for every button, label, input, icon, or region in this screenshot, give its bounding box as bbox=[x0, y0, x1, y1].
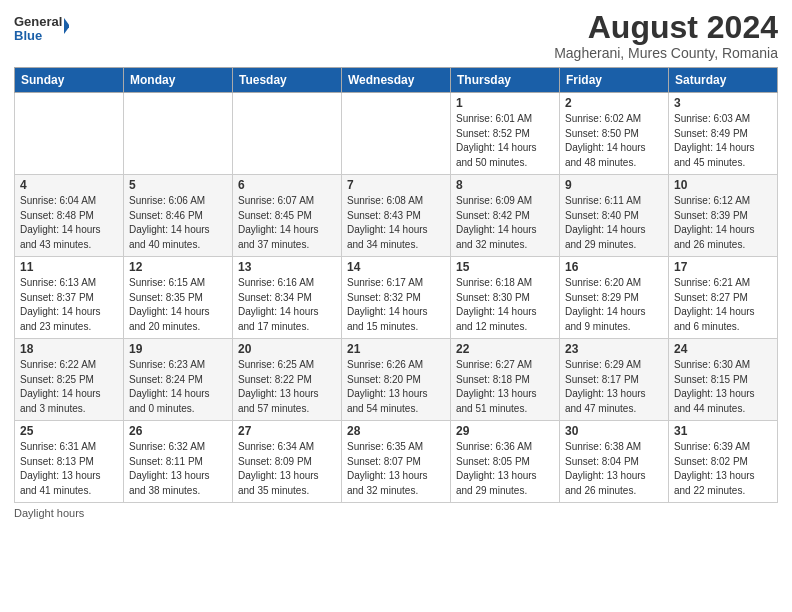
day-info: Sunrise: 6:34 AM Sunset: 8:09 PM Dayligh… bbox=[238, 440, 336, 498]
day-cell: 30Sunrise: 6:38 AM Sunset: 8:04 PM Dayli… bbox=[560, 421, 669, 503]
logo: General Blue bbox=[14, 10, 69, 50]
day-info: Sunrise: 6:18 AM Sunset: 8:30 PM Dayligh… bbox=[456, 276, 554, 334]
day-info: Sunrise: 6:16 AM Sunset: 8:34 PM Dayligh… bbox=[238, 276, 336, 334]
day-info: Sunrise: 6:38 AM Sunset: 8:04 PM Dayligh… bbox=[565, 440, 663, 498]
day-cell: 7Sunrise: 6:08 AM Sunset: 8:43 PM Daylig… bbox=[342, 175, 451, 257]
day-cell: 19Sunrise: 6:23 AM Sunset: 8:24 PM Dayli… bbox=[124, 339, 233, 421]
day-cell: 15Sunrise: 6:18 AM Sunset: 8:30 PM Dayli… bbox=[451, 257, 560, 339]
page: General Blue August 2024 Magherani, Mure… bbox=[0, 0, 792, 612]
day-header-thursday: Thursday bbox=[451, 68, 560, 93]
svg-marker-2 bbox=[64, 18, 69, 34]
week-row-2: 11Sunrise: 6:13 AM Sunset: 8:37 PM Dayli… bbox=[15, 257, 778, 339]
day-cell: 1Sunrise: 6:01 AM Sunset: 8:52 PM Daylig… bbox=[451, 93, 560, 175]
day-number: 25 bbox=[20, 424, 118, 438]
day-info: Sunrise: 6:20 AM Sunset: 8:29 PM Dayligh… bbox=[565, 276, 663, 334]
day-number: 9 bbox=[565, 178, 663, 192]
day-info: Sunrise: 6:09 AM Sunset: 8:42 PM Dayligh… bbox=[456, 194, 554, 252]
day-number: 13 bbox=[238, 260, 336, 274]
day-number: 19 bbox=[129, 342, 227, 356]
day-cell: 17Sunrise: 6:21 AM Sunset: 8:27 PM Dayli… bbox=[669, 257, 778, 339]
day-info: Sunrise: 6:32 AM Sunset: 8:11 PM Dayligh… bbox=[129, 440, 227, 498]
day-cell bbox=[124, 93, 233, 175]
day-number: 14 bbox=[347, 260, 445, 274]
day-header-saturday: Saturday bbox=[669, 68, 778, 93]
day-header-tuesday: Tuesday bbox=[233, 68, 342, 93]
day-info: Sunrise: 6:15 AM Sunset: 8:35 PM Dayligh… bbox=[129, 276, 227, 334]
day-info: Sunrise: 6:23 AM Sunset: 8:24 PM Dayligh… bbox=[129, 358, 227, 416]
day-info: Sunrise: 6:22 AM Sunset: 8:25 PM Dayligh… bbox=[20, 358, 118, 416]
day-info: Sunrise: 6:30 AM Sunset: 8:15 PM Dayligh… bbox=[674, 358, 772, 416]
subtitle: Magherani, Mures County, Romania bbox=[554, 45, 778, 61]
day-number: 17 bbox=[674, 260, 772, 274]
day-cell: 20Sunrise: 6:25 AM Sunset: 8:22 PM Dayli… bbox=[233, 339, 342, 421]
day-cell: 28Sunrise: 6:35 AM Sunset: 8:07 PM Dayli… bbox=[342, 421, 451, 503]
day-cell bbox=[15, 93, 124, 175]
day-cell: 2Sunrise: 6:02 AM Sunset: 8:50 PM Daylig… bbox=[560, 93, 669, 175]
day-info: Sunrise: 6:07 AM Sunset: 8:45 PM Dayligh… bbox=[238, 194, 336, 252]
day-number: 31 bbox=[674, 424, 772, 438]
day-info: Sunrise: 6:03 AM Sunset: 8:49 PM Dayligh… bbox=[674, 112, 772, 170]
day-cell: 31Sunrise: 6:39 AM Sunset: 8:02 PM Dayli… bbox=[669, 421, 778, 503]
day-info: Sunrise: 6:17 AM Sunset: 8:32 PM Dayligh… bbox=[347, 276, 445, 334]
day-info: Sunrise: 6:06 AM Sunset: 8:46 PM Dayligh… bbox=[129, 194, 227, 252]
day-cell: 27Sunrise: 6:34 AM Sunset: 8:09 PM Dayli… bbox=[233, 421, 342, 503]
day-number: 28 bbox=[347, 424, 445, 438]
day-number: 12 bbox=[129, 260, 227, 274]
day-cell: 23Sunrise: 6:29 AM Sunset: 8:17 PM Dayli… bbox=[560, 339, 669, 421]
day-number: 21 bbox=[347, 342, 445, 356]
day-cell: 14Sunrise: 6:17 AM Sunset: 8:32 PM Dayli… bbox=[342, 257, 451, 339]
day-cell: 10Sunrise: 6:12 AM Sunset: 8:39 PM Dayli… bbox=[669, 175, 778, 257]
day-header-friday: Friday bbox=[560, 68, 669, 93]
day-number: 20 bbox=[238, 342, 336, 356]
day-number: 11 bbox=[20, 260, 118, 274]
day-info: Sunrise: 6:01 AM Sunset: 8:52 PM Dayligh… bbox=[456, 112, 554, 170]
day-cell: 3Sunrise: 6:03 AM Sunset: 8:49 PM Daylig… bbox=[669, 93, 778, 175]
day-cell bbox=[233, 93, 342, 175]
day-info: Sunrise: 6:35 AM Sunset: 8:07 PM Dayligh… bbox=[347, 440, 445, 498]
day-cell: 5Sunrise: 6:06 AM Sunset: 8:46 PM Daylig… bbox=[124, 175, 233, 257]
week-row-0: 1Sunrise: 6:01 AM Sunset: 8:52 PM Daylig… bbox=[15, 93, 778, 175]
day-cell bbox=[342, 93, 451, 175]
day-info: Sunrise: 6:21 AM Sunset: 8:27 PM Dayligh… bbox=[674, 276, 772, 334]
day-cell: 16Sunrise: 6:20 AM Sunset: 8:29 PM Dayli… bbox=[560, 257, 669, 339]
day-number: 29 bbox=[456, 424, 554, 438]
day-number: 10 bbox=[674, 178, 772, 192]
week-row-4: 25Sunrise: 6:31 AM Sunset: 8:13 PM Dayli… bbox=[15, 421, 778, 503]
day-number: 2 bbox=[565, 96, 663, 110]
day-cell: 21Sunrise: 6:26 AM Sunset: 8:20 PM Dayli… bbox=[342, 339, 451, 421]
day-number: 26 bbox=[129, 424, 227, 438]
day-number: 3 bbox=[674, 96, 772, 110]
day-info: Sunrise: 6:08 AM Sunset: 8:43 PM Dayligh… bbox=[347, 194, 445, 252]
day-cell: 29Sunrise: 6:36 AM Sunset: 8:05 PM Dayli… bbox=[451, 421, 560, 503]
day-info: Sunrise: 6:12 AM Sunset: 8:39 PM Dayligh… bbox=[674, 194, 772, 252]
day-cell: 12Sunrise: 6:15 AM Sunset: 8:35 PM Dayli… bbox=[124, 257, 233, 339]
day-cell: 8Sunrise: 6:09 AM Sunset: 8:42 PM Daylig… bbox=[451, 175, 560, 257]
day-cell: 11Sunrise: 6:13 AM Sunset: 8:37 PM Dayli… bbox=[15, 257, 124, 339]
day-cell: 24Sunrise: 6:30 AM Sunset: 8:15 PM Dayli… bbox=[669, 339, 778, 421]
day-number: 24 bbox=[674, 342, 772, 356]
day-info: Sunrise: 6:04 AM Sunset: 8:48 PM Dayligh… bbox=[20, 194, 118, 252]
week-row-1: 4Sunrise: 6:04 AM Sunset: 8:48 PM Daylig… bbox=[15, 175, 778, 257]
calendar: SundayMondayTuesdayWednesdayThursdayFrid… bbox=[14, 67, 778, 503]
logo-svg: General Blue bbox=[14, 10, 69, 50]
day-number: 23 bbox=[565, 342, 663, 356]
day-info: Sunrise: 6:27 AM Sunset: 8:18 PM Dayligh… bbox=[456, 358, 554, 416]
svg-text:General: General bbox=[14, 14, 62, 29]
week-row-3: 18Sunrise: 6:22 AM Sunset: 8:25 PM Dayli… bbox=[15, 339, 778, 421]
day-header-monday: Monday bbox=[124, 68, 233, 93]
day-info: Sunrise: 6:36 AM Sunset: 8:05 PM Dayligh… bbox=[456, 440, 554, 498]
day-cell: 6Sunrise: 6:07 AM Sunset: 8:45 PM Daylig… bbox=[233, 175, 342, 257]
day-number: 22 bbox=[456, 342, 554, 356]
title-area: August 2024 Magherani, Mures County, Rom… bbox=[554, 10, 778, 61]
day-info: Sunrise: 6:11 AM Sunset: 8:40 PM Dayligh… bbox=[565, 194, 663, 252]
svg-text:Blue: Blue bbox=[14, 28, 42, 43]
day-cell: 4Sunrise: 6:04 AM Sunset: 8:48 PM Daylig… bbox=[15, 175, 124, 257]
day-number: 30 bbox=[565, 424, 663, 438]
header: General Blue August 2024 Magherani, Mure… bbox=[14, 10, 778, 61]
day-info: Sunrise: 6:29 AM Sunset: 8:17 PM Dayligh… bbox=[565, 358, 663, 416]
day-number: 15 bbox=[456, 260, 554, 274]
day-cell: 26Sunrise: 6:32 AM Sunset: 8:11 PM Dayli… bbox=[124, 421, 233, 503]
day-info: Sunrise: 6:26 AM Sunset: 8:20 PM Dayligh… bbox=[347, 358, 445, 416]
day-cell: 13Sunrise: 6:16 AM Sunset: 8:34 PM Dayli… bbox=[233, 257, 342, 339]
day-info: Sunrise: 6:25 AM Sunset: 8:22 PM Dayligh… bbox=[238, 358, 336, 416]
